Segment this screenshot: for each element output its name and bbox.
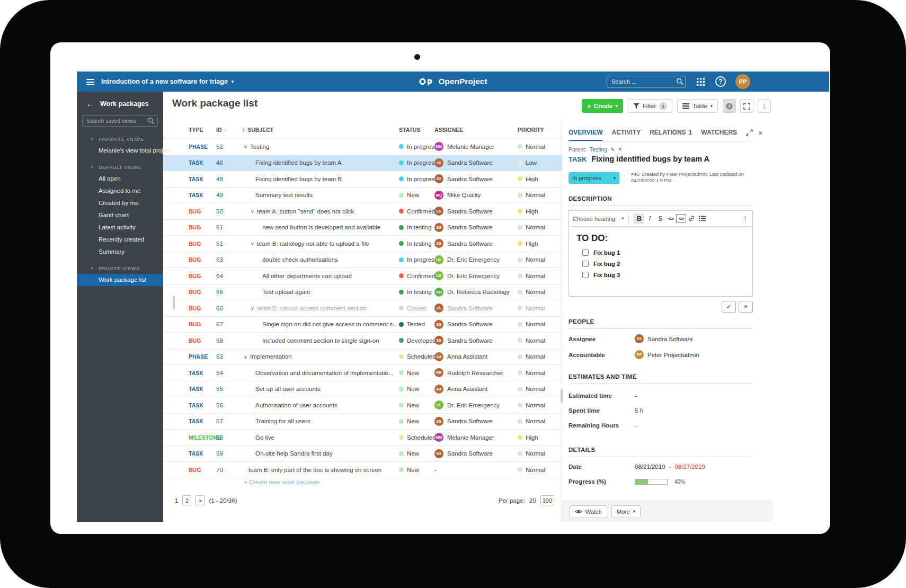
create-button[interactable]: + Create ▾ [582,99,623,113]
table-row-60[interactable]: BUG60∨team B: cannot access comment sect… [163,300,562,317]
bullet-list-button[interactable] [697,213,707,224]
hamburger-menu-icon[interactable] [86,79,94,85]
subject-cell[interactable]: ∨Implementation [244,349,292,365]
id-cell[interactable]: 50 [216,203,223,219]
date-value[interactable]: 08/21/2019 - 08/27/2019 [635,464,705,470]
sidebar-section-default-views[interactable]: ∧DEFAULT VIEWS [77,161,163,173]
id-cell[interactable]: 53 [216,349,223,365]
id-cell[interactable]: 59 [216,446,223,462]
attribute-value[interactable]: - [635,422,637,429]
subject-cell[interactable]: Training for all users [251,414,310,430]
scroll-handle[interactable] [173,296,175,309]
subject-cell[interactable]: Test upload again [257,284,310,300]
id-cell[interactable]: 57 [216,414,223,430]
table-row-53[interactable]: PHASE53∨ImplementationScheduledAAAnna As… [163,349,562,366]
description-content[interactable]: TO DO: Fix bug 1Fix bug 2Fix bug 3 [569,227,752,288]
search-icon[interactable] [676,78,683,85]
table-row-50[interactable]: BUG50∨team A: button "send" does not cli… [163,203,562,220]
id-cell[interactable]: 61 [216,220,223,236]
collapse-row-icon[interactable]: ∨ [251,305,254,311]
collapse-row-icon[interactable]: ∨ [251,240,254,246]
page-2-button[interactable]: 2 [182,495,191,505]
table-row-61[interactable]: BUG61new send button is developed and av… [163,220,562,236]
table-row-55[interactable]: TASK55Set up all user accountsNewAAAnna … [163,381,562,398]
per-page-current[interactable]: 20 [529,497,536,504]
column-header-subject[interactable]: ⊦SUBJECT [243,127,273,133]
attribute-value[interactable]: 5 h [635,407,643,414]
tab-relations[interactable]: RELATIONS1 [650,124,692,141]
inline-code-button[interactable]: <> [665,213,676,224]
edit-parent-icon[interactable]: ✎ [610,147,615,153]
sidebar-item-recently-created[interactable]: Recently created [77,234,163,246]
date-end[interactable]: 08/27/2019 [674,464,705,470]
id-cell[interactable]: 52 [216,139,223,155]
id-cell[interactable]: 49 [216,188,223,203]
view-mode-button[interactable]: Table ▾ [677,99,718,113]
collapse-row-icon[interactable]: ∨ [251,208,254,214]
table-row-54[interactable]: TASK54Observation and documentation of i… [163,365,562,381]
subject-cell[interactable]: ∨team B: cannot access comment section [251,300,366,316]
subject-cell[interactable]: Set up all user accounts [251,381,321,397]
collapse-row-icon[interactable]: ∨ [244,354,247,360]
global-search-input[interactable] [607,76,686,87]
attribute-value[interactable]: - [635,393,637,399]
table-row-67[interactable]: BUG67Single sign-on did not give access … [163,317,562,333]
column-header-id[interactable]: ID↑ [216,127,227,133]
fullscreen-button[interactable] [740,99,753,113]
table-row-63[interactable]: BUG63double check authorisationsIn progr… [163,252,562,269]
collapse-row-icon[interactable]: ∨ [244,144,247,149]
subject-cell[interactable]: new send button is developed and availab… [257,220,380,236]
tab-watchers[interactable]: WATCHERS [701,124,737,141]
id-cell[interactable]: 51 [216,236,223,252]
column-header-status[interactable]: STATUS [399,127,420,133]
table-row-57[interactable]: TASK57Training for all usersNewSSSandra … [163,414,562,430]
id-cell[interactable]: 48 [216,171,223,187]
modules-grid-icon[interactable] [697,78,705,86]
table-row-70[interactable]: BUG70team B: only part of the doc is sho… [163,462,562,478]
sidebar-item-all-open[interactable]: All open [77,173,163,185]
info-button[interactable]: i [723,99,736,113]
id-cell[interactable]: 63 [216,252,223,268]
progress-value[interactable]: 40% [635,479,685,485]
subject-cell[interactable]: ∨Testing [244,139,269,155]
back-arrow-icon[interactable]: ← [86,100,94,108]
tab-overview[interactable]: OVERVIEW [569,124,602,141]
table-row-58[interactable]: MILESTONE58Go liveScheduledMMMelanie Man… [163,430,562,446]
save-description-button[interactable]: ✓ [722,301,736,313]
help-icon[interactable]: ? [715,76,726,87]
subject-cell[interactable]: Summary test results [251,188,313,203]
bold-button[interactable]: B [634,213,644,224]
saved-views-search-input[interactable] [82,115,158,127]
subject-cell[interactable]: Authorisation of user accounts [251,397,337,413]
table-row-66[interactable]: BUG66Test upload againIn testingDRDr. Re… [163,284,562,301]
id-cell[interactable]: 58 [216,430,223,446]
table-row-49[interactable]: TASK49Summary test resultsNewMQMike Qual… [163,188,562,204]
subject-cell[interactable]: team B: only part of the doc is showing … [244,462,381,478]
subject-cell[interactable]: On-site help Sandra first day [251,446,333,462]
todo-checkbox[interactable] [582,261,589,267]
table-row-46[interactable]: TASK46Fixing identified bugs by team AIn… [163,155,562,172]
id-cell[interactable]: 68 [216,333,223,349]
panel-resize-handle[interactable] [561,389,563,403]
todo-checkbox[interactable] [582,272,589,278]
sidebar-item-created-by-me[interactable]: Created by me [77,197,163,209]
search-icon[interactable] [147,117,155,124]
subject-cell[interactable]: Go live [251,430,274,446]
subject-cell[interactable]: Included comment section to single sign-… [257,333,379,349]
strikethrough-button[interactable]: S [655,213,665,224]
id-cell[interactable]: 66 [216,284,223,300]
id-cell[interactable]: 64 [216,268,223,284]
date-start[interactable]: 08/21/2019 [635,464,665,470]
expand-panel-icon[interactable] [746,129,753,136]
brand-logo[interactable]: OpenProject [419,72,487,92]
editor-more-icon[interactable]: ⋮ [742,215,749,222]
table-row-48[interactable]: TASK48Fixing identified bugs by team BIn… [163,171,562,188]
work-package-title[interactable]: Fixing identified bugs by team A [591,155,709,163]
sidebar-item-latest-activity[interactable]: Latest activity [77,221,163,234]
todo-checkbox[interactable] [582,250,589,256]
subject-cell[interactable]: ∨team B: radiology not able to upload a … [251,236,369,252]
cancel-description-button[interactable]: × [739,301,753,313]
tab-activity[interactable]: ACTIVITY [611,124,641,141]
id-cell[interactable]: 70 [216,462,223,478]
id-cell[interactable]: 67 [216,317,223,333]
